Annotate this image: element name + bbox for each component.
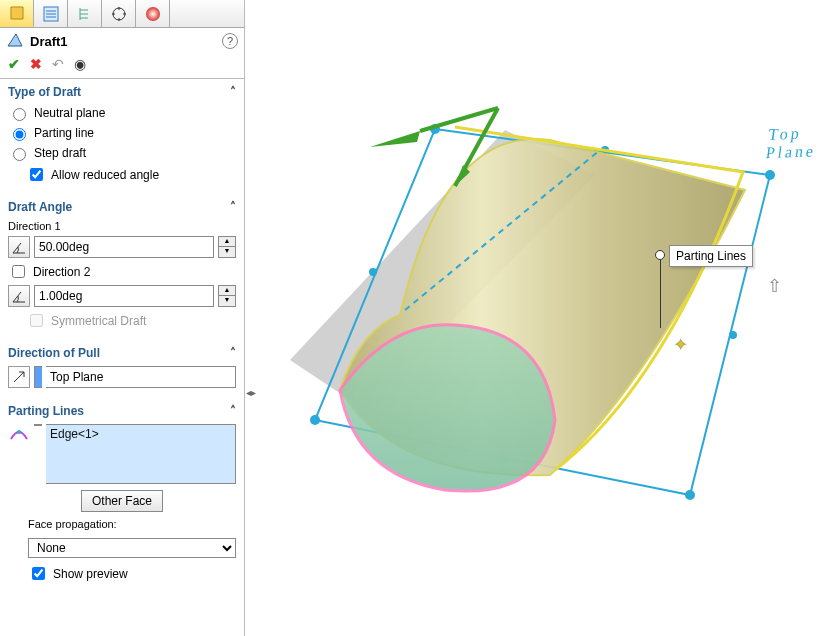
tab-feature[interactable] — [0, 0, 34, 27]
tab-appearance[interactable] — [136, 0, 170, 27]
section-direction-of-pull-body — [0, 362, 244, 398]
list-item[interactable]: Edge<1> — [50, 427, 99, 441]
tab-tree[interactable] — [68, 0, 102, 27]
plane-label: Top Plane — [765, 124, 820, 162]
check-symmetrical-draft: Symmetrical Draft — [8, 309, 236, 332]
preview-toggle-icon[interactable]: ◉ — [74, 56, 86, 72]
parting-lines-list-row: Edge<1> — [8, 424, 236, 484]
check-allow-reduced-angle[interactable]: Allow reduced angle — [8, 163, 236, 186]
selection-chip — [34, 366, 42, 388]
plane-handle[interactable] — [765, 170, 775, 180]
spin-up[interactable]: ▲ — [219, 237, 235, 247]
spinner-buttons: ▲▼ — [218, 236, 236, 258]
spin-down[interactable]: ▼ — [219, 296, 235, 306]
section-direction-of-pull[interactable]: Direction of Pull ˄ — [0, 340, 244, 362]
cancel-button[interactable]: ✖ — [30, 56, 42, 72]
feature-header: Draft1 ? — [0, 28, 244, 52]
callout-label[interactable]: Parting Lines — [669, 245, 753, 267]
plane-handle[interactable] — [685, 490, 695, 500]
reverse-direction-icon[interactable] — [8, 366, 30, 388]
chevron-up-icon: ˄ — [230, 85, 236, 99]
section-label: Type of Draft — [8, 85, 81, 99]
plane-handle[interactable] — [369, 268, 377, 276]
selection-chip — [34, 424, 42, 426]
svg-marker-4 — [370, 131, 420, 147]
draft-icon — [6, 32, 24, 50]
direction1-spinner: ▲▼ — [8, 236, 236, 258]
chevron-up-icon: ˄ — [230, 404, 236, 418]
spin-up[interactable]: ▲ — [219, 286, 235, 296]
tab-target[interactable] — [102, 0, 136, 27]
direction1-input[interactable] — [34, 236, 214, 258]
ok-button[interactable]: ✔ — [8, 56, 20, 72]
radio-neutral-plane[interactable]: Neutral plane — [8, 103, 236, 123]
origin-marker-icon[interactable]: ✦ — [674, 335, 687, 354]
undo-button[interactable]: ↶ — [52, 56, 64, 72]
direction2-input[interactable] — [34, 285, 214, 307]
feature-title: Draft1 — [30, 34, 68, 49]
face-propagation-label: Face propagation: — [8, 516, 236, 532]
pull-direction-icon[interactable]: ⇧ — [767, 275, 782, 297]
check-direction2[interactable]: Direction 2 — [8, 260, 236, 283]
direction1-label: Direction 1 — [8, 218, 236, 234]
section-parting-lines-body: Edge<1> Other Face Face propagation: Non… — [0, 420, 244, 593]
angle-icon[interactable] — [8, 236, 30, 258]
spin-down[interactable]: ▼ — [219, 247, 235, 257]
section-draft-angle-body: Direction 1 ▲▼ Direction 2 ▲▼ Symmetrica… — [0, 216, 244, 340]
section-label: Direction of Pull — [8, 346, 100, 360]
plane-handle[interactable] — [729, 331, 737, 339]
check-show-preview[interactable]: Show preview — [8, 562, 236, 585]
radio-step-draft[interactable]: Step draft — [8, 143, 236, 163]
tab-detail[interactable] — [34, 0, 68, 27]
section-type-of-draft[interactable]: Type of Draft ˄ — [0, 79, 244, 101]
property-panel: Draft1 ? ✔ ✖ ↶ ◉ Type of Draft ˄ Neutral… — [0, 0, 245, 636]
angle-icon[interactable] — [8, 285, 30, 307]
scene — [245, 0, 820, 636]
face-propagation-select[interactable]: None — [28, 538, 236, 558]
graphics-viewport[interactable]: ◂▸ — [245, 0, 820, 636]
other-face-button[interactable]: Other Face — [81, 490, 163, 512]
direction2-spinner: ▲▼ — [8, 285, 236, 307]
callout-anchor-icon[interactable] — [655, 250, 665, 260]
section-label: Draft Angle — [8, 200, 72, 214]
parting-line-icon — [8, 424, 30, 446]
svg-point-2 — [146, 7, 160, 21]
section-type-of-draft-body: Neutral plane Parting line Step draft Al… — [0, 101, 244, 194]
spinner-buttons: ▲▼ — [218, 285, 236, 307]
chevron-up-icon: ˄ — [230, 200, 236, 214]
confirm-row: ✔ ✖ ↶ ◉ — [0, 52, 244, 79]
svg-point-3 — [17, 430, 21, 434]
section-draft-angle[interactable]: Draft Angle ˄ — [0, 194, 244, 216]
help-icon[interactable]: ? — [222, 33, 238, 49]
plane-handle[interactable] — [310, 415, 320, 425]
section-parting-lines[interactable]: Parting Lines ˄ — [0, 398, 244, 420]
direction-of-pull-field — [8, 366, 236, 388]
radio-parting-line[interactable]: Parting line — [8, 123, 236, 143]
panel-tabs — [0, 0, 244, 28]
direction-of-pull-input[interactable] — [46, 366, 236, 388]
chevron-up-icon: ˄ — [230, 346, 236, 360]
section-label: Parting Lines — [8, 404, 84, 418]
parting-lines-list[interactable]: Edge<1> — [46, 424, 236, 484]
callout-leader — [660, 260, 661, 328]
